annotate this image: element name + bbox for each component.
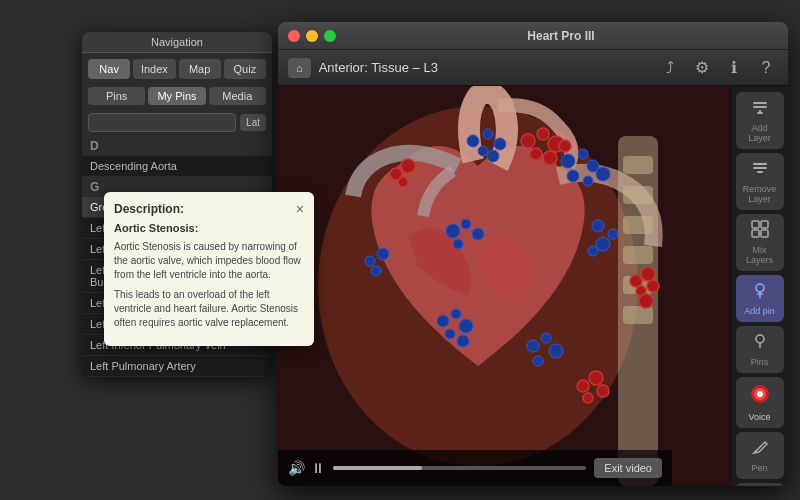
minimize-window-button[interactable]	[306, 30, 318, 42]
maximize-window-button[interactable]	[324, 30, 336, 42]
svg-point-28	[437, 315, 449, 327]
svg-point-76	[757, 391, 763, 397]
description-header: Description: ×	[114, 202, 304, 216]
svg-point-34	[541, 333, 551, 343]
remove-layer-button[interactable]: Remove Layer	[736, 153, 784, 210]
svg-point-10	[483, 129, 493, 139]
svg-point-20	[592, 220, 604, 232]
info-icon-button[interactable]: ℹ	[722, 56, 746, 80]
toolbar: ⌂ Anterior: Tissue – L3 ⤴ ⚙ ℹ ?	[278, 50, 788, 86]
svg-point-55	[589, 371, 603, 385]
description-title: Description:	[114, 202, 184, 216]
svg-point-48	[398, 177, 408, 187]
description-popup: Description: × Aortic Stenosis: Aortic S…	[104, 192, 314, 346]
svg-point-17	[567, 170, 579, 182]
svg-point-54	[577, 380, 589, 392]
svg-point-27	[453, 239, 463, 249]
window-controls	[288, 30, 336, 42]
nav-panel-title: Navigation	[82, 32, 272, 53]
pen-label: Pen	[751, 463, 767, 473]
search-row: Lat	[82, 109, 272, 136]
svg-rect-58	[753, 102, 767, 104]
svg-point-57	[597, 385, 609, 397]
svg-rect-63	[753, 167, 767, 169]
play-pause-button[interactable]: ⏸	[311, 460, 325, 476]
svg-point-56	[583, 393, 593, 403]
close-window-button[interactable]	[288, 30, 300, 42]
main-content: 🔊 ⏸ Exit video	[278, 86, 788, 486]
svg-point-39	[371, 266, 381, 276]
svg-point-11	[494, 138, 506, 150]
home-button[interactable]: ⌂	[288, 58, 311, 78]
mix-layers-label: Mix Layers	[740, 245, 780, 265]
voice-label: Voice	[748, 412, 770, 422]
pen-button[interactable]: Pen	[736, 432, 784, 479]
nav-subtabs: Pins My Pins Media	[82, 83, 272, 109]
subtab-pins[interactable]: Pins	[88, 87, 145, 105]
progress-bar[interactable]	[333, 466, 586, 470]
exit-video-button[interactable]: Exit video	[594, 458, 662, 478]
gear-icon-button[interactable]: ⚙	[690, 56, 714, 80]
svg-rect-61	[757, 112, 763, 114]
svg-rect-62	[753, 163, 767, 165]
svg-point-30	[459, 319, 473, 333]
svg-point-24	[446, 224, 460, 238]
svg-point-23	[588, 246, 598, 256]
svg-point-47	[401, 159, 415, 173]
help-icon-button[interactable]: ?	[754, 56, 778, 80]
add-layer-icon	[751, 98, 769, 120]
voice-icon	[749, 383, 771, 409]
titlebar: Heart Pro III	[278, 22, 788, 50]
svg-point-26	[472, 228, 484, 240]
svg-point-50	[641, 267, 655, 281]
add-pin-icon	[751, 281, 769, 303]
anatomy-viewport	[278, 86, 730, 486]
svg-point-25	[461, 219, 471, 229]
help-icon: ?	[762, 59, 771, 77]
svg-point-18	[583, 176, 593, 186]
svg-rect-8	[623, 306, 653, 324]
tab-nav[interactable]: Nav	[88, 59, 130, 79]
volume-button[interactable]: 🔊	[288, 460, 305, 476]
svg-point-29	[451, 309, 461, 319]
remove-layer-icon	[751, 159, 769, 181]
svg-point-32	[457, 335, 469, 347]
svg-point-22	[596, 237, 610, 251]
add-layer-button[interactable]: Add Layer	[736, 92, 784, 149]
volume-icon: 🔊	[288, 460, 305, 476]
tab-index[interactable]: Index	[133, 59, 175, 79]
svg-point-72	[756, 335, 764, 343]
tab-quiz[interactable]: Quiz	[224, 59, 266, 79]
pins-button[interactable]: Pins	[736, 326, 784, 373]
pen-icon	[751, 438, 769, 460]
subtab-media[interactable]: Media	[209, 87, 266, 105]
svg-rect-59	[753, 106, 767, 108]
nav-tabs: Nav Index Map Quiz	[82, 53, 272, 83]
add-pin-label: Add pin	[744, 306, 775, 316]
svg-point-69	[756, 284, 764, 292]
svg-point-9	[467, 135, 479, 147]
svg-rect-3	[623, 156, 653, 174]
share-icon-button[interactable]: ⤴	[658, 56, 682, 80]
close-description-button[interactable]: ×	[296, 202, 304, 216]
pins-icon	[751, 332, 769, 354]
mix-layers-button[interactable]: Mix Layers	[736, 214, 784, 271]
add-pin-button[interactable]: Add pin	[736, 275, 784, 322]
io-map-button[interactable]: I/O Map	[736, 483, 784, 486]
svg-rect-5	[623, 216, 653, 234]
tab-map[interactable]: Map	[179, 59, 221, 79]
list-item[interactable]: Descending Aorta	[82, 156, 272, 177]
list-item[interactable]: Left Pulmonary Artery	[82, 356, 272, 377]
svg-rect-68	[761, 230, 768, 237]
svg-rect-66	[761, 221, 768, 228]
pins-label: Pins	[751, 357, 769, 367]
svg-point-53	[639, 294, 653, 308]
svg-point-52	[647, 280, 659, 292]
subtab-mypins[interactable]: My Pins	[148, 87, 205, 105]
svg-point-37	[365, 256, 375, 266]
search-input[interactable]	[88, 113, 236, 132]
viewport[interactable]: 🔊 ⏸ Exit video	[278, 86, 730, 486]
svg-rect-64	[757, 171, 763, 173]
lat-button[interactable]: Lat	[240, 114, 266, 131]
voice-button[interactable]: Voice	[736, 377, 784, 428]
